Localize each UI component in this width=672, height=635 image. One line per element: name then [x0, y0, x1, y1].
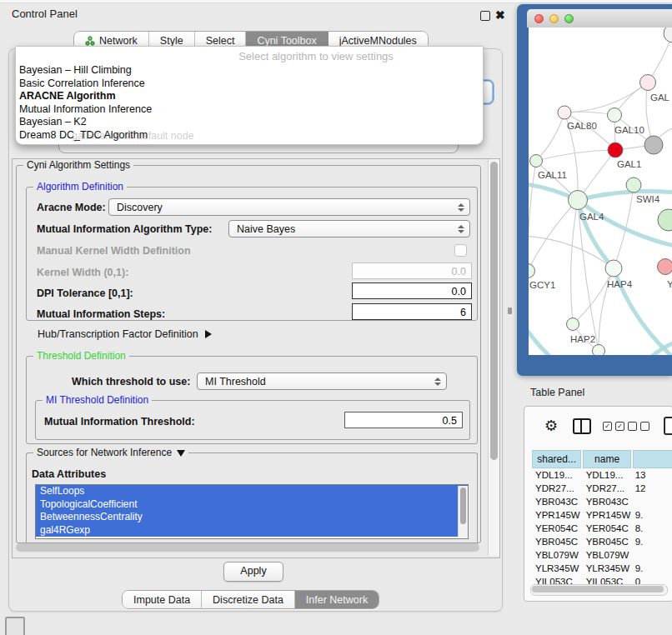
- hub-definition-toggle[interactable]: Hub/Transcription Factor Definition: [38, 328, 212, 340]
- network-edge: [573, 268, 614, 324]
- settings-viewport: Cyni Algorithm Settings Algorithm Defini…: [12, 158, 500, 558]
- select-all-icon[interactable]: ✓✓: [603, 422, 624, 431]
- node-label-y: Y: [667, 279, 672, 289]
- network-node[interactable]: [658, 209, 672, 231]
- mi-threshold-field[interactable]: 0.5: [344, 412, 463, 428]
- split-columns-icon[interactable]: [573, 418, 591, 434]
- gear-icon[interactable]: ⚙: [544, 415, 558, 437]
- data-table: shared...name YDL19...YDL19...13YDR27...…: [532, 450, 672, 588]
- table-row[interactable]: YBR043CYBR043C: [532, 495, 672, 508]
- table-cell: YDL19...: [532, 468, 583, 482]
- sources-group: Sources for Network Inference Data Attri…: [26, 452, 478, 545]
- network-node-gal11[interactable]: [530, 155, 543, 168]
- attribute-item-selfloops[interactable]: SelfLoops: [36, 485, 468, 498]
- table-row[interactable]: YBR045CYBR045C9.: [532, 535, 672, 548]
- network-node-gcy1[interactable]: [529, 264, 535, 278]
- network-node-gal10[interactable]: [608, 108, 622, 122]
- network-node-hap4[interactable]: [605, 260, 622, 277]
- table-cell: 13: [632, 468, 672, 482]
- table-cell: YDR27...: [532, 482, 583, 495]
- table-row[interactable]: YDL19...YDL19...13: [532, 468, 672, 482]
- network-view-window: GALGAL80GAL10GAL1GAL11GAL4SWI4GCY1HAP4YH…: [517, 4, 672, 376]
- network-canvas[interactable]: GALGAL80GAL10GAL1GAL11GAL4SWI4GCY1HAP4YH…: [529, 28, 672, 355]
- expanded-arrow-icon: [177, 450, 185, 457]
- aracne-mode-label: Aracne Mode:: [37, 202, 106, 213]
- table-row[interactable]: YBL079WYBL079W: [532, 548, 672, 562]
- dpi-tolerance-label: DPI Tolerance [0,1]:: [37, 288, 133, 299]
- network-node-gal[interactable]: [640, 75, 656, 91]
- network-node[interactable]: [593, 345, 605, 356]
- network-node-gal80[interactable]: [558, 106, 571, 119]
- mi-steps-label: Mutual Information Steps:: [37, 308, 165, 320]
- close-traffic-light[interactable]: [534, 14, 544, 23]
- table-cell: YPR145W: [583, 508, 632, 522]
- network-node-hap2[interactable]: [567, 318, 579, 331]
- apply-button[interactable]: Apply: [223, 562, 283, 582]
- dropdown-item-basic-correlation-inference[interactable]: Basic Correlation Inference: [16, 78, 483, 91]
- tab-infer-network[interactable]: Infer Network: [295, 591, 379, 608]
- network-node-gal4[interactable]: [569, 191, 588, 210]
- table-cell: 12: [632, 482, 672, 495]
- table-header-name[interactable]: name: [583, 450, 631, 468]
- attribute-item-topologicalcoefficient[interactable]: TopologicalCoefficient: [36, 498, 468, 512]
- tab-label: Network: [99, 35, 138, 47]
- table-cell: YBL079W: [532, 548, 583, 562]
- attribute-item-betweennesscentrality[interactable]: BetweennessCentrality: [36, 511, 468, 524]
- minimize-traffic-light[interactable]: [549, 14, 559, 23]
- tab-impute-data[interactable]: Impute Data: [123, 591, 202, 608]
- network-node[interactable]: [664, 28, 672, 42]
- table-row[interactable]: YLR345WYLR345W9.: [532, 562, 672, 575]
- zoom-traffic-light[interactable]: [564, 14, 574, 23]
- network-window-titlebar[interactable]: [527, 9, 672, 28]
- threshold-definition-group: Threshold Definition Which threshold to …: [26, 356, 478, 444]
- table-header-col2[interactable]: [633, 450, 672, 468]
- dropdown-item-bayesian-k2[interactable]: Bayesian – K2: [16, 116, 483, 129]
- table-cell: [632, 548, 672, 562]
- scrollbar-thumb[interactable]: [532, 586, 664, 592]
- splitter-handle[interactable]: [508, 308, 512, 314]
- float-window-icon[interactable]: [480, 11, 490, 21]
- dropdown-item-aracne-algorithm[interactable]: ARACNE Algorithm: [16, 90, 483, 103]
- network-node-gal1[interactable]: [608, 142, 623, 158]
- aracne-mode-value: Discovery: [117, 202, 163, 213]
- network-node[interactable]: [644, 136, 663, 154]
- network-edge: [529, 302, 560, 355]
- table-row[interactable]: YDR27...YDR27...12: [532, 482, 672, 495]
- horizontal-scrollbar-thumb[interactable]: [16, 543, 479, 552]
- dpi-tolerance-field[interactable]: 0.0: [352, 282, 472, 299]
- bottom-tabbar: Impute DataDiscretize DataInfer Network: [122, 590, 379, 609]
- mi-threshold-definition-group: MI Threshold Definition Mutual Informati…: [35, 400, 470, 440]
- table-horizontal-scrollbar[interactable]: [530, 584, 668, 596]
- mi-algorithm-type-combo[interactable]: Naive Bayes: [228, 220, 470, 238]
- table-row[interactable]: YER054CYER054C8.: [532, 522, 672, 535]
- scrollbar-thumb[interactable]: [460, 488, 466, 524]
- partial-panel-icon[interactable]: [664, 417, 672, 435]
- minimized-panel-icon[interactable]: [5, 617, 25, 635]
- tab-label: Infer Network: [306, 594, 368, 606]
- data-attributes-list: SelfLoopsTopologicalCoefficientBetweenne…: [35, 484, 469, 539]
- list-scrollbar[interactable]: [458, 486, 468, 538]
- deselect-all-icon[interactable]: [628, 422, 649, 431]
- table-header-shared[interactable]: shared...: [532, 450, 581, 468]
- attribute-item-gal4rgexp[interactable]: gal4RGexp: [36, 524, 468, 538]
- network-node-y[interactable]: [658, 259, 672, 275]
- which-threshold-combo[interactable]: MI Threshold: [197, 372, 447, 390]
- group-title: MI Threshold Definition: [43, 394, 152, 406]
- sources-title[interactable]: Sources for Network Inference: [33, 447, 188, 458]
- table-row[interactable]: YPR145WYPR145W9.: [532, 508, 672, 522]
- table-cell: YDL19...: [583, 468, 632, 482]
- scrollbar-thumb[interactable]: [490, 162, 498, 460]
- dropdown-item-mutual-information-inference[interactable]: Mutual Information Inference: [16, 103, 483, 117]
- vertical-scrollbar[interactable]: [488, 159, 499, 556]
- close-icon[interactable]: ✖: [495, 8, 505, 22]
- node-label-swi4: SWI4: [636, 194, 660, 204]
- table-cell: [632, 495, 672, 508]
- aracne-mode-combo[interactable]: Discovery: [108, 198, 470, 216]
- network-icon: [85, 36, 95, 46]
- mi-steps-field[interactable]: 6: [352, 303, 472, 320]
- tab-discretize-data[interactable]: Discretize Data: [202, 591, 295, 608]
- table-cell: YLR345W: [532, 562, 583, 575]
- which-threshold-value: MI Threshold: [205, 376, 266, 388]
- network-node-swi4[interactable]: [626, 178, 641, 192]
- dropdown-item-bayesian-hill-climbing[interactable]: Bayesian – Hill Climbing: [16, 64, 483, 78]
